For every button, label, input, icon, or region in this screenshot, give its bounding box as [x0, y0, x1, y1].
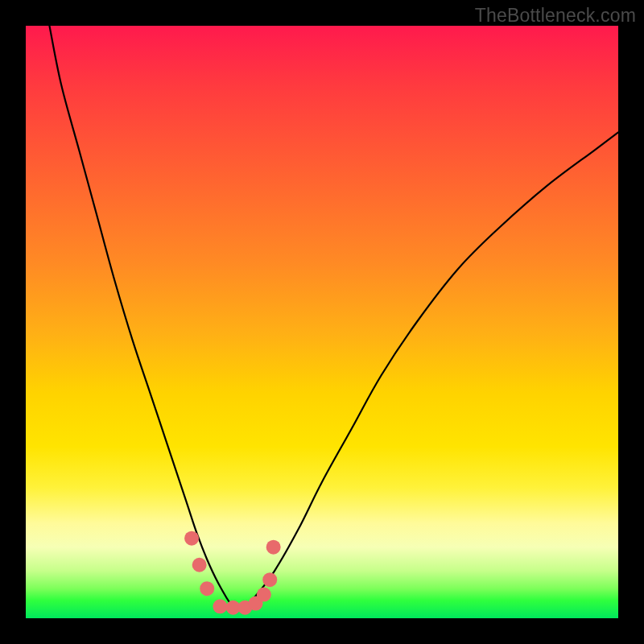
- marker-point: [213, 599, 227, 613]
- watermark-text: TheBottleneck.com: [475, 5, 636, 27]
- chart-frame: TheBottleneck.com: [0, 0, 644, 644]
- bottleneck-curve: [49, 26, 618, 609]
- marker-group: [184, 531, 281, 615]
- plot-area: [26, 26, 618, 618]
- chart-svg: [26, 26, 618, 618]
- marker-point: [257, 588, 271, 602]
- marker-point: [184, 531, 199, 546]
- marker-point: [200, 581, 214, 596]
- marker-point: [262, 572, 277, 587]
- marker-point: [192, 558, 207, 572]
- marker-point: [266, 540, 281, 555]
